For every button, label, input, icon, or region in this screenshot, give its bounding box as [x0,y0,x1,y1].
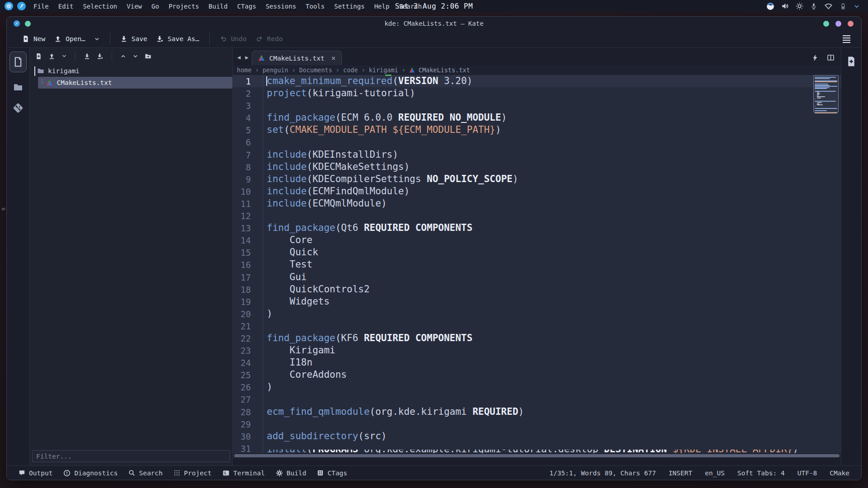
menu-tools[interactable]: Tools [306,3,325,10]
window-button-left[interactable] [25,21,31,27]
panel-build-button[interactable]: Build [276,469,307,477]
tray-status-icon[interactable] [766,2,774,10]
close-button[interactable] [848,21,854,27]
menu-file[interactable]: File [33,3,49,10]
code-line[interactable]: 21 [233,320,841,332]
code-line[interactable]: 29 [233,418,841,430]
scrollbar-handle[interactable] [234,454,840,457]
tab-close-icon[interactable]: × [331,54,336,62]
code-line[interactable]: 13find_package(Qt6 REQUIRED COMPONENTS [233,222,841,234]
breadcrumb-item-documents[interactable]: Documents [299,66,332,74]
tree-item-kirigami[interactable]: kirigami [30,65,232,77]
encoding-status[interactable]: UTF-8 [797,469,817,477]
undo-button[interactable]: Undo [215,33,251,44]
code-line[interactable]: 27 [233,393,841,405]
code-line[interactable]: 15 Quick [233,246,841,258]
minimize-button[interactable] [823,21,829,27]
tree-next-icon[interactable] [132,53,138,59]
kde-logo-icon[interactable] [5,2,13,10]
breadcrumb-item-file[interactable]: CMakeLists.txt [419,66,470,74]
menu-selection[interactable]: Selection [83,3,117,10]
code-line[interactable]: 25 CoreAddons [233,369,841,381]
tab-next-icon[interactable]: ▶ [245,54,248,61]
code-line[interactable]: 22find_package(KF6 REQUIRED COMPONENTS [233,332,841,344]
quick-open-icon[interactable] [811,54,819,61]
panel-terminal-button[interactable]: $_ Terminal [222,469,265,477]
panel-search-button[interactable]: Search [128,469,162,477]
menu-help[interactable]: Help [374,3,390,10]
code-line[interactable]: 1cmake_minimum_required(VERSION 3.20) [233,75,841,87]
breadcrumb-item-kirigami[interactable]: kirigami [369,66,398,74]
horizontal-scrollbar[interactable] [233,453,841,458]
code-line[interactable]: 4find_package(ECM 6.0.0 REQUIRED NO_MODU… [233,112,841,124]
code-line[interactable]: 20) [233,308,841,320]
code-line[interactable]: 26) [233,381,841,393]
code-line[interactable]: 19 Widgets [233,296,841,308]
syntax-mode-status[interactable]: CMake [830,469,849,477]
brightness-icon[interactable] [796,2,803,10]
maximize-button[interactable] [835,21,841,27]
tab-prev-icon[interactable]: ◀ [237,54,241,61]
hamburger-menu-icon[interactable] [841,33,852,45]
new-button[interactable]: New [18,33,50,44]
titlebar[interactable]: kde: CMakeLists.txt — Kate [7,17,861,30]
input-mode-status[interactable]: INSERT [669,469,692,477]
wifi-icon[interactable] [824,2,833,10]
window-kate-icon[interactable] [14,20,20,27]
minimap-scrollbar[interactable] [813,75,840,453]
filter-input[interactable] [32,450,230,462]
new-document-dock-icon[interactable] [846,56,857,67]
menu-projects[interactable]: Projects [169,3,199,10]
clock-time[interactable]: 2:06 PM [441,2,473,10]
code-line[interactable]: 14 Core [233,234,841,246]
open-button[interactable]: Open… [50,33,104,44]
tree-save-icon[interactable] [84,53,90,60]
tree-previous-icon[interactable] [120,53,126,59]
git-dock-button[interactable] [12,102,24,114]
battery-icon[interactable] [840,3,847,10]
code-line[interactable]: 8include(KDECMakeSettings) [233,161,841,173]
menu-edit[interactable]: Edit [58,3,74,10]
expand-caret-icon[interactable] [34,66,35,76]
menu-build[interactable]: Build [208,3,227,10]
volume-icon[interactable] [781,2,789,10]
breadcrumb-item-home[interactable]: home [237,66,252,74]
tab-cmakelists[interactable]: CMakeLists.txt × [252,51,342,65]
code-area[interactable]: 1cmake_minimum_required(VERSION 3.20)2pr… [233,75,841,453]
code-line[interactable]: 24 I18n [233,357,841,369]
tree-save-as-icon[interactable] [97,53,104,60]
menu-go[interactable]: Go [151,3,159,10]
code-line[interactable]: 9include(KDECompilerSettings NO_POLICY_S… [233,173,841,185]
menu-sessions[interactable]: Sessions [266,3,296,10]
code-line[interactable]: 17 Gui [233,271,841,283]
panel-output-button[interactable]: Output [19,469,52,477]
code-line[interactable]: 16 Test [233,258,841,271]
menu-settings[interactable]: Settings [334,3,364,10]
breadcrumb-item-code[interactable]: code [343,66,358,74]
code-line[interactable]: 3 [233,99,841,112]
tab-width-status[interactable]: Soft Tabs: 4 [737,469,785,477]
code-line[interactable]: 2project(kirigami-tutorial) [233,87,841,99]
breadcrumb-item-penguin[interactable]: penguin [263,66,288,74]
code-line[interactable]: 11include(ECMQmlModule) [233,197,841,210]
code-line[interactable]: 6 [233,136,841,148]
save-as-button[interactable]: Save As… [152,33,204,44]
code-line[interactable]: 5set(CMAKE_MODULE_PATH ${ECM_MODULE_PATH… [233,124,841,136]
code-line[interactable]: 28ecm_find_qmlmodule(org.kde.kirigami RE… [233,406,841,418]
menu-view[interactable]: View [127,3,142,10]
split-view-icon[interactable] [827,54,835,61]
clock-date[interactable]: Sat 3 Aug [395,2,436,10]
panel-diagnostics-button[interactable]: Diagnostics [63,469,118,477]
microphone-icon[interactable] [810,3,817,10]
tree-current-folder-icon[interactable] [145,53,151,60]
cursor-position-status[interactable]: 1/35:1, Words 89, Chars 677 [549,469,656,477]
dictionary-status[interactable]: en_US [705,469,725,477]
filesystem-dock-button[interactable] [13,82,23,92]
code-line[interactable]: 12 [233,210,841,222]
tree-item-cmakelists[interactable]: └ CMakeLists.txt [38,77,232,89]
tree-new-document-icon[interactable] [35,53,42,60]
menu-ctags[interactable]: CTags [237,3,256,10]
panel-project-button[interactable]: Project [174,469,212,477]
tree-open-icon[interactable] [48,53,55,60]
code-line[interactable]: 7include(KDEInstallDirs) [233,149,841,161]
